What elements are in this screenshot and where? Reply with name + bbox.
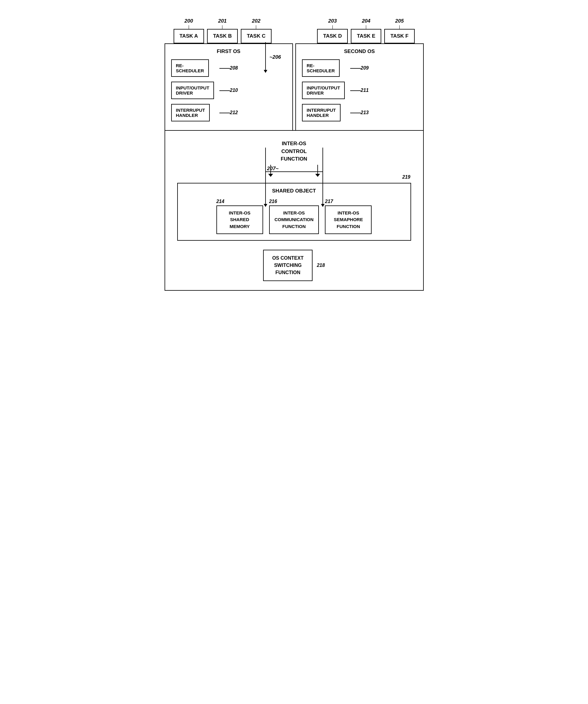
ref-218: 218	[317, 263, 325, 268]
ref-line-202	[256, 25, 256, 29]
io-driver-left-wrapper: INPUT/OUTPUTDRIVER 210	[171, 82, 286, 99]
ref-202: 202	[252, 18, 260, 24]
first-os-title: FIRST OS	[171, 49, 286, 55]
left-tasks-group: 200 TASK A 201 TASK B 202 TASK C	[174, 18, 272, 43]
task-e-box: TASK E	[351, 29, 381, 43]
ref-219: 219	[403, 174, 411, 180]
interrupt-right-wrapper: INTERRUPUTHANDLER 213	[302, 104, 417, 121]
rescheduler-left-wrapper: RE-SCHEDULER 208	[171, 59, 286, 77]
os-row: FIRST OS RE-SCHEDULER 208 INPUT/OUTPUTDR…	[165, 43, 424, 131]
ref-line-212	[219, 113, 230, 113]
ref-205: 205	[395, 18, 404, 24]
ref-line-201	[222, 25, 222, 29]
comm-function-wrapper: 216 INTER-OSCOMMUNICATIONFUNCTION	[269, 199, 319, 234]
ref-line-210	[219, 91, 230, 91]
task-b-box: TASK B	[207, 29, 238, 43]
inter-os-area: INTER-OSCONTROLFUNCTION	[177, 140, 411, 177]
ref-200: 200	[184, 18, 193, 24]
ref-line-211	[350, 91, 361, 91]
comm-function-box: INTER-OSCOMMUNICATIONFUNCTION	[269, 206, 319, 234]
full-diagram: ~206 207~ 200 TASK A 201 TASK B	[165, 18, 424, 291]
rescheduler-right-box: RE-SCHEDULER	[302, 59, 340, 77]
io-driver-left-box: INPUT/OUTPUTDRIVER	[171, 82, 214, 99]
task-a-wrapper: 200 TASK A	[174, 18, 204, 43]
shared-object-title: SHARED OBJECT	[184, 188, 405, 194]
interrupt-right-box: INTERRUPUTHANDLER	[302, 104, 341, 121]
arrow-right	[315, 165, 320, 177]
ref-216-label: 216	[269, 199, 277, 204]
inter-os-label: INTER-OSCONTROLFUNCTION	[281, 140, 307, 163]
semaphore-wrapper: 217 INTER-OSSEMAPHOREFUNCTION	[325, 199, 372, 234]
arrow-right-line	[317, 165, 318, 174]
second-os-title: SECOND OS	[302, 49, 417, 55]
context-switch-box: OS CONTEXTSWITCHINGFUNCTION	[263, 250, 313, 281]
ref-217-label: 217	[325, 199, 333, 204]
task-a-box: TASK A	[174, 29, 204, 43]
bottom-section: INTER-OSCONTROLFUNCTION 219 SH	[165, 130, 424, 291]
task-f-box: TASK F	[384, 29, 414, 43]
right-tasks-group: 203 TASK D 204 TASK E 205 TASK F	[317, 18, 414, 43]
arrow-left-line	[270, 165, 271, 174]
ref-line-200	[189, 25, 189, 29]
task-e-wrapper: 204 TASK E	[351, 18, 381, 43]
ref-line-209	[350, 68, 361, 69]
io-driver-right-box: INPUT/OUTPUTDRIVER	[302, 82, 345, 99]
first-os-section: FIRST OS RE-SCHEDULER 208 INPUT/OUTPUTDR…	[165, 43, 293, 131]
ref-212: 212	[230, 110, 238, 115]
ref-210: 210	[230, 87, 238, 93]
task-d-wrapper: 203 TASK D	[317, 18, 348, 43]
shared-memory-wrapper: 214 INTER-OSSHAREDMEMORY	[216, 199, 263, 234]
ref-line-213	[350, 113, 361, 113]
ref-204: 204	[362, 18, 370, 24]
context-switch-area: OS CONTEXTSWITCHINGFUNCTION 218	[177, 250, 411, 281]
ref-209: 209	[361, 65, 369, 71]
io-driver-right-wrapper: INPUT/OUTPUTDRIVER 211	[302, 82, 417, 99]
ref-201: 201	[218, 18, 227, 24]
ref-203: 203	[328, 18, 337, 24]
top-tasks-row: 200 TASK A 201 TASK B 202 TASK C	[165, 18, 424, 43]
shared-items-row: 214 INTER-OSSHAREDMEMORY 216 INTER-OSCOM…	[184, 199, 405, 234]
task-c-wrapper: 202 TASK C	[241, 18, 272, 43]
interrupt-left-box: INTERRUPUTHANDLER	[171, 104, 210, 121]
arrow-left-head	[268, 174, 273, 177]
shared-object-box: 219 SHARED OBJECT 214 INTER-OSSHAREDMEMO…	[177, 183, 411, 241]
ref-line-208	[219, 68, 230, 69]
task-f-wrapper: 205 TASK F	[384, 18, 414, 43]
task-b-wrapper: 201 TASK B	[207, 18, 238, 43]
shared-memory-box: INTER-OSSHAREDMEMORY	[216, 206, 263, 234]
rescheduler-right-wrapper: RE-SCHEDULER 209	[302, 59, 417, 77]
ref-213: 213	[361, 110, 369, 115]
arrow-left	[268, 165, 273, 177]
ref-208: 208	[230, 65, 238, 71]
task-d-box: TASK D	[317, 29, 348, 43]
ref-211: 211	[361, 87, 369, 93]
arrow-right-head	[315, 174, 320, 177]
ref-line-204	[366, 25, 366, 29]
ref-line-203	[332, 25, 333, 29]
second-os-section: SECOND OS RE-SCHEDULER 209 INPUT/OUTPUTD…	[296, 43, 424, 131]
ref-214-label: 214	[216, 199, 224, 204]
interrupt-left-wrapper: INTERRUPUTHANDLER 212	[171, 104, 286, 121]
task-c-box: TASK C	[241, 29, 272, 43]
semaphore-box: INTER-OSSEMAPHOREFUNCTION	[325, 206, 372, 234]
diagram-container: ~206 207~ 200 TASK A 201 TASK B	[159, 6, 430, 309]
rescheduler-left-box: RE-SCHEDULER	[171, 59, 209, 77]
arrows-row	[268, 165, 320, 177]
